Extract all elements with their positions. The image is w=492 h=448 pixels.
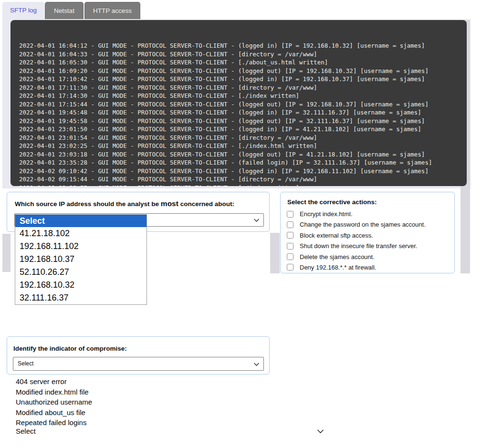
dropdown-option[interactable]: 192.168.10.37: [15, 253, 147, 266]
checkbox-label: Block external sftp access.: [300, 232, 373, 239]
checkbox[interactable]: [287, 232, 293, 239]
chevron-down-icon: [317, 427, 324, 435]
checkbox-label: Encrypt index.html.: [300, 210, 353, 218]
corrective-action-row: Deny 192.168.*.* at firewall.: [287, 264, 426, 271]
ioc-select[interactable]: Select: [13, 357, 264, 371]
checkbox-label: Delete the sjames account.: [300, 253, 375, 260]
dropdown-option[interactable]: 32.111.16.37: [15, 292, 147, 304]
dropdown-option[interactable]: 192.168.11.102: [15, 240, 147, 253]
log-line: 2022-04-01 19:45:58 - GUI MODE - PROTOCO…: [19, 117, 467, 125]
log-line: 2022-04-02 09:15:44 - GUI MODE - PROTOCO…: [19, 175, 467, 184]
chevron-down-icon: [253, 360, 260, 368]
background-patch-left: [2, 234, 10, 272]
question-ioc-title: Identify the indicator of compromise:: [13, 345, 127, 352]
log-line: 2022-04-01 17:11:30 - GUI MODE - PROTOCO…: [19, 83, 467, 92]
log-line: 2022-04-01 23:01:50 - GUI MODE - PROTOCO…: [19, 125, 467, 134]
ip-select-dropdown: Select 41.21.18.102192.168.11.102192.168…: [15, 214, 147, 305]
ioc-select-value: Select: [13, 357, 263, 370]
question-ip-text-emphasis: most: [161, 199, 178, 208]
checkbox-label: Deny 192.168.*.* at firewall.: [300, 264, 376, 271]
tab-netstat[interactable]: Netstat: [45, 2, 84, 19]
corrective-action-row: Change the password on the sjames accoun…: [287, 221, 426, 228]
ioc-options-list: 404 server errorModified index.html file…: [16, 376, 92, 428]
log-line: 2022-04-01 16:04:12 - GUI MODE - PROTOCO…: [19, 42, 467, 50]
quiz-page: SFTP log Netstat HTTP access 2022-04-01 …: [0, 0, 492, 448]
log-line: 2022-04-02 09:10:42 - GUI MODE - PROTOCO…: [19, 167, 467, 176]
checkbox[interactable]: [287, 221, 293, 228]
corrective-action-row: Block external sftp access.: [287, 232, 426, 239]
bottom-select[interactable]: Select: [16, 426, 324, 436]
background-patch-middle: [270, 233, 280, 273]
log-line: 2022-04-01 16:05:30 - GUI MODE - PROTOCO…: [19, 58, 467, 67]
log-line: 2022-04-01 17:14:30 - GUI MODE - PROTOCO…: [19, 92, 467, 100]
log-line: 2022-04-01 23:02:25 - GUI MODE - PROTOCO…: [19, 142, 467, 150]
log-line: 2022-04-01 16:04:33 - GUI MODE - PROTOCO…: [19, 50, 467, 59]
dropdown-option[interactable]: 52.110.26.27: [15, 266, 147, 279]
ioc-option[interactable]: Modified index.html file: [16, 387, 92, 397]
bottom-select-value: Select: [16, 427, 36, 435]
checkbox[interactable]: [287, 243, 293, 250]
corrective-actions-panel: Select the corrective actions: Encrypt i…: [280, 192, 455, 273]
checkbox[interactable]: [287, 264, 293, 271]
checkbox-label: Shut down the insecure file transfer ser…: [300, 242, 417, 250]
dropdown-option[interactable]: 41.21.18.102: [15, 227, 147, 240]
ioc-option[interactable]: Unauthorized username: [16, 397, 92, 407]
tab-sftp-log[interactable]: SFTP log: [2, 2, 44, 19]
log-line: 2022-04-01 23:03:18 - GUI MODE - PROTOCO…: [19, 150, 467, 159]
ioc-option[interactable]: Modified about_us file: [16, 407, 92, 418]
checkbox[interactable]: [287, 211, 293, 218]
corrective-action-row: Delete the sjames account.: [287, 253, 426, 260]
log-line: 2022-04-02 09:22:55 - GUI MODE - PROTOCO…: [19, 184, 467, 187]
log-line: 2022-04-01 23:35:28 - GUI MODE - PROTOCO…: [19, 158, 467, 167]
checkbox-label: Change the password on the sjames accoun…: [300, 221, 426, 228]
corrective-actions-list: Encrypt index.html. Change the password …: [287, 210, 426, 274]
log-line: 2022-04-01 19:45:48 - GUI MODE - PROTOCO…: [19, 108, 467, 117]
tab-http-access[interactable]: HTTP access: [84, 2, 140, 19]
chevron-down-icon: [253, 216, 260, 224]
log-line: 2022-04-01 23:01:54 - GUI MODE - PROTOCO…: [19, 134, 467, 142]
question-ioc-panel: Identify the indicator of compromise: Se…: [7, 336, 270, 375]
log-line: 2022-04-01 16:09:20 - GUI MODE - PROTOCO…: [19, 67, 467, 75]
corrective-action-row: Encrypt index.html.: [287, 210, 426, 218]
sftp-log-output: 2022-04-01 16:04:12 - GUI MODE - PROTOCO…: [10, 20, 467, 186]
question-ip-title: Which source IP address should the analy…: [15, 199, 234, 208]
dropdown-option-select[interactable]: Select: [15, 215, 147, 227]
ioc-option[interactable]: 404 server error: [16, 376, 92, 387]
log-line: 2022-04-01 17:10:42 - GUI MODE - PROTOCO…: [19, 75, 467, 83]
question-ip-text-suffix: concerned about:: [178, 200, 234, 208]
question-ip-text-prefix: Which source IP address should the analy…: [15, 200, 161, 208]
corrective-action-row: Shut down the insecure file transfer ser…: [287, 242, 426, 250]
checkbox[interactable]: [287, 253, 293, 260]
dropdown-option[interactable]: 192.168.10.32: [15, 279, 147, 292]
corrective-actions-title: Select the corrective actions:: [287, 198, 377, 206]
log-line: 2022-04-01 17:15:44 - GUI MODE - PROTOCO…: [19, 100, 467, 109]
